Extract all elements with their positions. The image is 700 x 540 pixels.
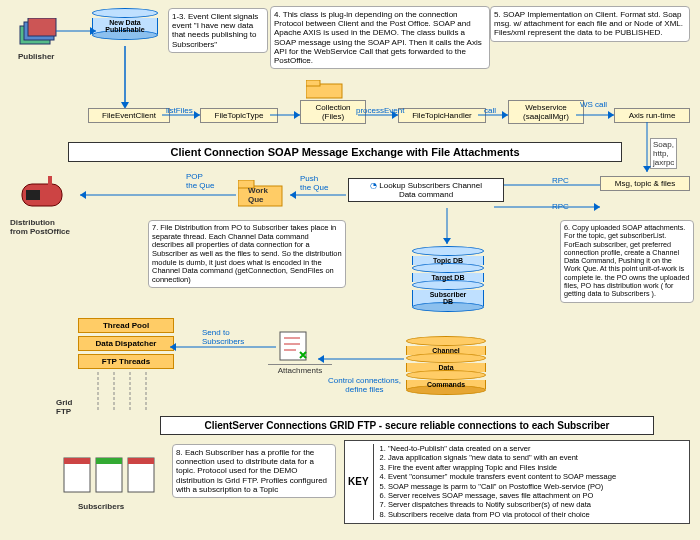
books-icon xyxy=(18,18,58,48)
svg-marker-28 xyxy=(290,191,296,199)
note-step-5: 5. SOAP Implementation on Client. Format… xyxy=(490,6,690,42)
node-webservice: Webservice (saajcallMgr) xyxy=(508,100,584,124)
svg-marker-24 xyxy=(594,203,600,211)
publisher-label: Publisher xyxy=(18,52,54,61)
svg-rect-33 xyxy=(48,176,52,190)
node-msg-topic-files: Msg, topic & files xyxy=(600,176,690,191)
label-wscall: WS call xyxy=(580,100,607,109)
label-attachments: Attachments xyxy=(268,364,332,375)
svg-marker-40 xyxy=(318,355,324,363)
note-step-6: 6. Copy uploaded SOAP attachments. For t… xyxy=(560,220,694,303)
node-file-event-client: FileEventClient xyxy=(88,108,170,123)
label-pop: POP the Que xyxy=(186,172,214,190)
folder-icon xyxy=(306,80,346,102)
label-dist-po: Distribution from PostOffice xyxy=(10,218,70,236)
svg-rect-32 xyxy=(26,190,40,200)
label-grid-ftp: Grid FTP xyxy=(56,398,72,416)
note-step-7: 7. File Distribution from PO to Subscrib… xyxy=(148,220,346,288)
label-workque: Work Que xyxy=(248,186,268,204)
key-box: KEY 1. "Need-to-Publish" data created on… xyxy=(344,440,690,524)
cmd-stack: Channel Data Commands xyxy=(406,336,486,395)
label-send: Send to Subscribers xyxy=(202,328,244,346)
title-soap-exchange: Client Connection SOAP Message Exchange … xyxy=(68,142,622,162)
note-step-4: 4. This class is plug-in depending on th… xyxy=(270,6,490,69)
subscribers-icon xyxy=(60,450,160,502)
title-grid-ftp: ClientServer Connections GRID FTP - secu… xyxy=(160,416,654,435)
label-soap-http: Soap, http, jaxrpc xyxy=(650,138,677,169)
node-file-topic-type: FileTopicType xyxy=(200,108,278,123)
svg-marker-20 xyxy=(643,166,651,172)
svg-rect-8 xyxy=(306,80,320,86)
svg-marker-30 xyxy=(80,191,86,199)
db-stack: Topic DB Target DB Subscriber DB xyxy=(412,246,484,312)
node-file-topic-handler: FileTopicHandler xyxy=(398,108,486,123)
thread-pool: Thread Pool xyxy=(78,318,174,333)
label-push: Push the Que xyxy=(300,174,328,192)
svg-rect-46 xyxy=(64,458,90,464)
node-lookup: ◔ Lookup Subscribers Channel Data comman… xyxy=(348,178,504,202)
node-axis: Axis run-time xyxy=(614,108,690,123)
svg-rect-2 xyxy=(28,18,56,36)
label-ctrl: Control connections, define files xyxy=(328,376,401,394)
label-subscribers: Subscribers xyxy=(78,502,124,511)
data-dispatcher: Data Dispatcher xyxy=(78,336,174,351)
ftp-threads: FTP Threads xyxy=(78,354,174,369)
svg-rect-50 xyxy=(128,458,154,464)
new-data-cylinder: New Data Publishable xyxy=(92,8,158,40)
note-step-8: 8. Each Subscriber has a profile for the… xyxy=(172,444,336,498)
mailbox-icon xyxy=(18,176,70,218)
note-step-1-3: 1-3. Event Client signals event "I have … xyxy=(168,8,268,53)
attachments-icon xyxy=(278,330,314,364)
svg-marker-35 xyxy=(443,238,451,244)
svg-rect-48 xyxy=(96,458,122,464)
